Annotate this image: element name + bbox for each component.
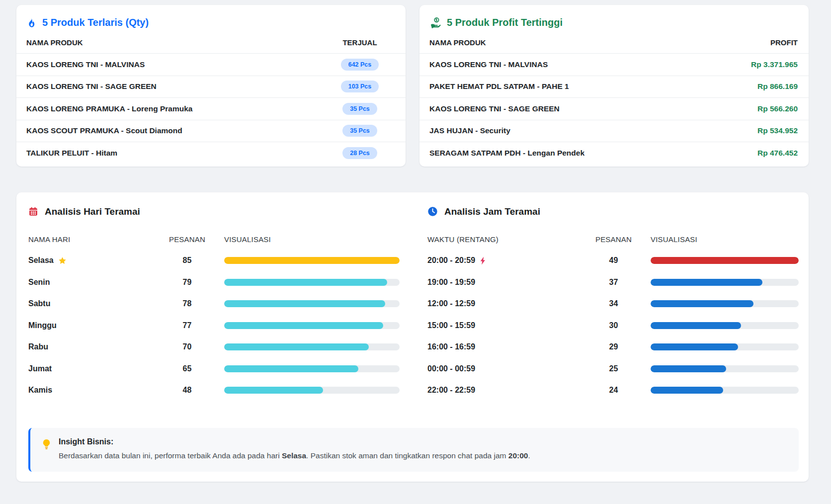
product-name: JAS HUJAN - Security [429, 126, 510, 135]
row-label-text: Senin [28, 278, 50, 287]
bar-row: Minggu77 [28, 315, 400, 336]
analysis-grid: Analisis Hari Teramai NAMA HARI PESANAN … [28, 205, 799, 402]
qty-cell: 28 Pcs [325, 147, 395, 159]
bar-fill [224, 365, 358, 372]
bar-fill [651, 257, 799, 264]
insight-text-part: Berdasarkan data bulan ini, performa ter… [59, 451, 282, 460]
insight-box: Insight Bisnis: Berdasarkan data bulan i… [28, 428, 799, 472]
top-profit-card: 5 Produk Profit Tertinggi NAMA PRODUK PR… [419, 5, 809, 167]
row-label-text: Sabtu [28, 299, 50, 308]
row-label: 16:00 - 16:59 [427, 342, 577, 351]
qty-badge: 35 Pcs [342, 103, 377, 115]
product-name: PAKET HEMAT PDL SATPAM - PAHE 1 [429, 82, 569, 91]
row-label: Jumat [28, 364, 150, 373]
row-label-text: 22:00 - 22:59 [427, 386, 475, 395]
row-label-text: Kamis [28, 386, 52, 395]
busiest-days-rows: Selasa85Senin79Sabtu78Minggu77Rabu70Juma… [28, 250, 400, 402]
orders-value: 37 [587, 278, 640, 287]
orders-value: 70 [161, 342, 213, 351]
product-name: KAOS LORENG TNI - SAGE GREEN [26, 82, 157, 91]
insight-title: Insight Bisnis: [59, 437, 530, 446]
analysis-card: Analisis Hari Teramai NAMA HARI PESANAN … [16, 192, 809, 482]
column-header-name: NAMA PRODUK [26, 38, 83, 47]
bar-row: Sabtu78 [28, 293, 400, 315]
bar-track [651, 300, 799, 307]
row-label-text: Rabu [28, 342, 48, 351]
column-header-time: WAKTU (RENTANG) [427, 235, 577, 244]
table-row: SERAGAM SATPAM PDH - Lengan PendekRp 476… [419, 142, 809, 165]
insight-text-part: . [528, 451, 530, 460]
bar-track [224, 387, 400, 394]
calendar-icon [28, 206, 38, 217]
row-label: Rabu [28, 342, 150, 351]
orders-value: 77 [161, 321, 213, 330]
lightbulb-icon [41, 438, 52, 450]
product-name: KAOS LORENG TNI - MALVINAS [26, 60, 145, 69]
bar-row: Kamis48 [28, 380, 400, 402]
bar-track [651, 322, 799, 329]
row-label: 20:00 - 20:59 [427, 256, 577, 265]
insight-content: Insight Bisnis: Berdasarkan data bulan i… [59, 437, 530, 461]
column-header-terjual: TERJUAL [325, 38, 395, 47]
clock-icon [427, 206, 438, 217]
row-label-text: Jumat [28, 364, 52, 373]
table-row: KAOS LORENG TNI - MALVINASRp 3.371.965 [419, 54, 809, 76]
bar-track [651, 279, 799, 286]
row-label-text: 20:00 - 20:59 [427, 256, 475, 265]
bar-fill [651, 365, 726, 372]
busiest-days-title: Analisis Hari Teramai [28, 206, 400, 217]
product-name: KAOS LORENG PRAMUKA - Loreng Pramuka [26, 104, 192, 113]
orders-value: 29 [587, 342, 640, 351]
busiest-hours-section: Analisis Jam Teramai WAKTU (RENTANG) PES… [427, 205, 799, 402]
bar-fill [651, 322, 741, 329]
profit-value: Rp 866.169 [757, 82, 798, 91]
row-label: 22:00 - 22:59 [427, 386, 577, 395]
orders-value: 30 [587, 321, 640, 330]
row-label: Kamis [28, 386, 150, 395]
bar-track [224, 365, 400, 372]
dashboard-page: 5 Produk Terlaris (Qty) NAMA PRODUK TERJ… [0, 0, 831, 482]
top-profit-header: NAMA PRODUK PROFIT [419, 38, 809, 54]
top-products-title: 5 Produk Terlaris (Qty) [26, 17, 395, 28]
row-label-text: 00:00 - 00:59 [427, 364, 475, 373]
bar-fill [224, 387, 323, 394]
column-header-profit: PROFIT [770, 38, 798, 47]
table-row: KAOS LORENG TNI - SAGE GREENRp 566.260 [419, 98, 809, 120]
column-header-viz: VISUALISASI [651, 235, 799, 244]
flame-icon [26, 17, 37, 28]
column-header-day: NAMA HARI [28, 235, 150, 244]
bar-track [651, 343, 799, 350]
bar-track [224, 322, 400, 329]
product-name: KAOS SCOUT PRAMUKA - Scout Diamond [26, 126, 182, 135]
bolt-icon [480, 256, 486, 265]
qty-badge: 28 Pcs [342, 147, 377, 159]
qty-badge: 642 Pcs [341, 59, 379, 71]
table-row: PAKET HEMAT PDL SATPAM - PAHE 1Rp 866.16… [419, 76, 809, 98]
bar-row: 19:00 - 19:5937 [427, 271, 799, 293]
row-label-text: Selasa [28, 256, 54, 265]
top-cards-row: 5 Produk Terlaris (Qty) NAMA PRODUK TERJ… [16, 5, 809, 167]
bar-row: 20:00 - 20:5949 [427, 250, 799, 272]
bar-fill [651, 279, 762, 286]
column-header-name: NAMA PRODUK [429, 38, 486, 47]
orders-value: 78 [161, 299, 213, 308]
bar-fill [224, 279, 387, 286]
bar-track [224, 279, 400, 286]
insight-text-part: . Pastikan stok aman dan tingkatkan resp… [306, 451, 508, 460]
orders-value: 85 [161, 256, 213, 265]
section-title-text: Analisis Jam Teramai [444, 206, 540, 217]
top-products-card: 5 Produk Terlaris (Qty) NAMA PRODUK TERJ… [16, 5, 406, 167]
row-label-text: 15:00 - 15:59 [427, 321, 475, 330]
bar-track [651, 365, 799, 372]
busiest-hours-rows: 20:00 - 20:594919:00 - 19:593712:00 - 12… [427, 250, 799, 402]
top-profit-rows: KAOS LORENG TNI - MALVINASRp 3.371.965PA… [429, 54, 798, 165]
table-row: KAOS LORENG TNI - MALVINAS642 Pcs [16, 54, 406, 76]
profit-value: Rp 3.371.965 [751, 60, 798, 69]
qty-cell: 103 Pcs [325, 81, 395, 92]
column-header-orders: PESANAN [587, 235, 640, 244]
product-name: TALIKUR PELUIT - Hitam [26, 149, 117, 158]
busiest-hours-title: Analisis Jam Teramai [427, 206, 799, 217]
row-label: 15:00 - 15:59 [427, 321, 577, 330]
table-row: KAOS LORENG TNI - SAGE GREEN103 Pcs [16, 76, 406, 98]
bar-fill [651, 300, 753, 307]
